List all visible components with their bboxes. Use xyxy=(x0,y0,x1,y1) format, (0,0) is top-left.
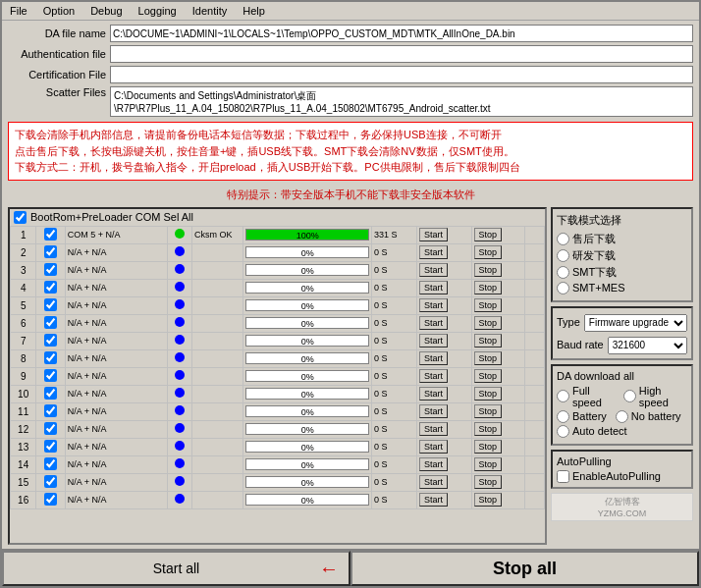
da-nobattery-label: No battery xyxy=(631,410,681,422)
table-row: 2 N/A + N/A 0% 0 S Start Stop xyxy=(11,243,545,261)
scatter-box: C:\Documents and Settings\Administrator\… xyxy=(110,86,693,117)
row-stop-7[interactable]: Stop xyxy=(474,351,503,365)
row-cksm-9 xyxy=(191,385,243,402)
row-dot-0 xyxy=(175,229,185,239)
row-num-9: 10 xyxy=(11,385,36,402)
mode-title: 下载模式选择 xyxy=(557,213,687,228)
row-check-2[interactable] xyxy=(44,263,57,276)
da-autodetect[interactable] xyxy=(557,425,569,438)
row-start-2[interactable]: Start xyxy=(419,263,448,277)
row-port-9: N/A + N/A xyxy=(65,385,168,402)
row-stop-0[interactable]: Stop xyxy=(474,228,503,241)
row-stop-9[interactable]: Stop xyxy=(474,387,503,401)
row-stop-11[interactable]: Stop xyxy=(474,422,503,436)
row-check-15[interactable] xyxy=(44,493,57,506)
row-check-1[interactable] xyxy=(44,245,57,258)
row-check-6[interactable] xyxy=(44,334,57,347)
row-check-13[interactable] xyxy=(44,457,57,470)
row-check-10[interactable] xyxy=(44,404,57,417)
row-check-7[interactable] xyxy=(44,351,57,364)
da-nobattery[interactable] xyxy=(616,410,628,423)
row-port-6: N/A + N/A xyxy=(65,332,168,349)
row-start-9[interactable]: Start xyxy=(419,387,448,401)
main-content: DA file name Authentication file Certifi… xyxy=(2,21,699,549)
menu-file[interactable]: File xyxy=(6,4,31,18)
mode-radio-input-1[interactable] xyxy=(557,233,569,245)
row-start-0[interactable]: Start xyxy=(419,228,448,241)
row-start-1[interactable]: Start xyxy=(419,245,448,259)
row-stop-4[interactable]: Stop xyxy=(474,298,503,312)
mode-radio-input-3[interactable] xyxy=(557,266,569,279)
row-check-0[interactable] xyxy=(44,228,57,241)
row-start-14[interactable]: Start xyxy=(419,475,448,489)
row-cksm-10 xyxy=(191,402,243,420)
da-battery[interactable] xyxy=(557,410,569,423)
row-start-7[interactable]: Start xyxy=(419,351,448,365)
row-dot-4 xyxy=(175,299,185,309)
row-progress-1: 0% xyxy=(245,246,369,258)
row-stop-1[interactable]: Stop xyxy=(474,245,503,259)
da-highspeed[interactable] xyxy=(623,390,636,402)
row-dot-12 xyxy=(175,441,185,451)
row-check-14[interactable] xyxy=(44,475,57,488)
row-stop-5[interactable]: Stop xyxy=(474,316,503,330)
auth-file-input[interactable] xyxy=(110,45,693,63)
row-stop-3[interactable]: Stop xyxy=(474,281,503,294)
row-num-0: 1 xyxy=(11,226,36,243)
row-num-1: 2 xyxy=(11,243,36,261)
row-start-15[interactable]: Start xyxy=(419,493,448,507)
menu-identity[interactable]: Identity xyxy=(189,4,231,18)
row-start-8[interactable]: Start xyxy=(419,369,448,383)
row-stop-2[interactable]: Stop xyxy=(474,263,503,277)
mode-radio-input-2[interactable] xyxy=(557,249,569,262)
type-select[interactable]: Firmware upgrade xyxy=(584,314,687,332)
autopull-checkbox[interactable] xyxy=(557,470,569,483)
row-time-11: 0 S xyxy=(372,420,417,438)
da-fullspeed[interactable] xyxy=(557,390,569,402)
row-check-9[interactable] xyxy=(44,387,57,400)
mode-radio-input-4[interactable] xyxy=(557,282,569,294)
menu-option[interactable]: Option xyxy=(39,4,79,18)
row-dot-10 xyxy=(175,405,185,415)
row-stop-12[interactable]: Stop xyxy=(474,440,503,454)
row-check-8[interactable] xyxy=(44,369,57,382)
row-start-13[interactable]: Start xyxy=(419,457,448,471)
row-start-10[interactable]: Start xyxy=(419,404,448,418)
row-time-5: 0 S xyxy=(372,314,417,332)
row-stop-8[interactable]: Stop xyxy=(474,369,503,383)
row-start-5[interactable]: Start xyxy=(419,316,448,330)
warning-line3: 下载方式二：开机，拨号盘输入指令，开启preload，插入USB开始下载。PC供… xyxy=(15,159,686,176)
row-check-4[interactable] xyxy=(44,298,57,311)
row-time-7: 0 S xyxy=(372,349,417,367)
menu-help[interactable]: Help xyxy=(239,4,269,18)
row-start-3[interactable]: Start xyxy=(419,281,448,294)
row-stop-6[interactable]: Stop xyxy=(474,334,503,347)
start-all-button[interactable]: Start all ← xyxy=(2,551,350,586)
row-time-9: 0 S xyxy=(372,385,417,402)
stop-all-button[interactable]: Stop all xyxy=(350,551,699,586)
row-start-6[interactable]: Start xyxy=(419,334,448,347)
row-stop-14[interactable]: Stop xyxy=(474,475,503,489)
row-start-12[interactable]: Start xyxy=(419,440,448,454)
row-check-3[interactable] xyxy=(44,281,57,294)
row-cksm-4 xyxy=(191,296,243,314)
row-check-11[interactable] xyxy=(44,422,57,435)
row-check-12[interactable] xyxy=(44,440,57,453)
row-start-4[interactable]: Start xyxy=(419,298,448,312)
row-start-11[interactable]: Start xyxy=(419,422,448,436)
row-check-5[interactable] xyxy=(44,316,57,329)
menu-debug[interactable]: Debug xyxy=(86,4,126,18)
row-stop-10[interactable]: Stop xyxy=(474,404,503,418)
row-stop-13[interactable]: Stop xyxy=(474,457,503,471)
cert-file-input[interactable] xyxy=(110,66,693,83)
row-stop-15[interactable]: Stop xyxy=(474,493,503,507)
row-port-8: N/A + N/A xyxy=(65,367,168,385)
row-cksm-14 xyxy=(191,473,243,491)
select-all-checkbox[interactable] xyxy=(14,211,27,224)
table-row: 11 N/A + N/A 0% 0 S Start Stop xyxy=(11,402,545,420)
da-file-input[interactable] xyxy=(110,25,693,42)
auth-file-row: Authentication file xyxy=(8,45,693,63)
baud-select[interactable]: 321600 xyxy=(608,337,687,354)
menu-logging[interactable]: Logging xyxy=(135,4,181,18)
scatter-label: Scatter Files xyxy=(8,86,106,98)
